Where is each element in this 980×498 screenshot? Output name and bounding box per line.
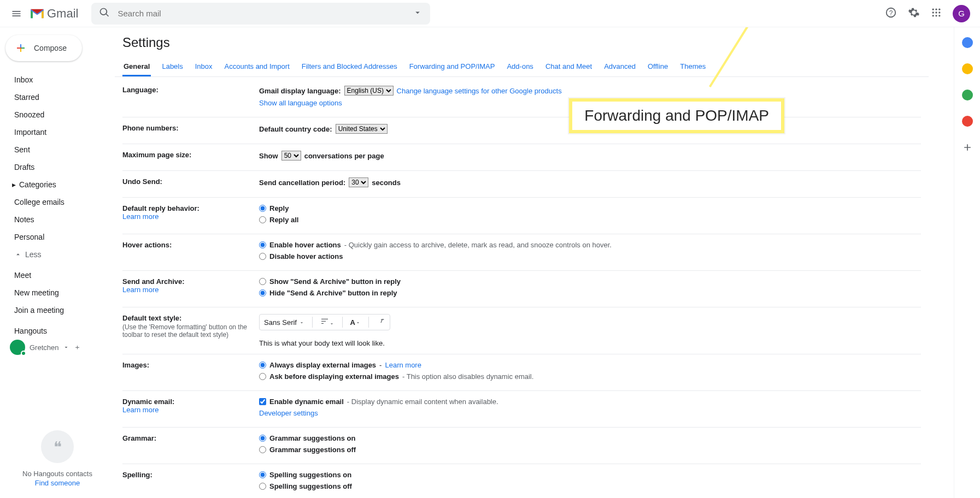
spelling-on-radio[interactable] xyxy=(259,471,266,478)
search-input[interactable] xyxy=(118,9,405,18)
add-panel-icon[interactable] xyxy=(962,142,973,153)
hangouts-user-row[interactable]: Gretchen ＋ xyxy=(0,340,85,355)
show-send-archive-radio-row[interactable]: Show "Send & Archive" button in reply xyxy=(259,277,921,286)
top-bar: Gmail ? G xyxy=(0,0,980,27)
svg-point-5 xyxy=(932,11,934,13)
row-default-reply: Default reply behavior: Learn more Reply… xyxy=(122,198,921,234)
spelling-on-radio-row[interactable]: Spelling suggestions on xyxy=(259,471,921,479)
reply-all-radio[interactable] xyxy=(259,216,266,223)
sidebar-item-personal[interactable]: Personal xyxy=(0,228,115,246)
sidebar-item-sent[interactable]: Sent xyxy=(0,141,115,158)
always-display-radio-row[interactable]: Always display external images - Learn m… xyxy=(259,361,921,369)
grammar-on-radio-row[interactable]: Grammar suggestions on xyxy=(259,434,921,442)
tab-forwarding-pop-imap[interactable]: Forwarding and POP/IMAP xyxy=(408,58,496,76)
find-someone-link[interactable]: Find someone xyxy=(35,479,80,487)
reply-radio[interactable] xyxy=(259,205,266,212)
page-size-select[interactable]: 50 xyxy=(281,151,301,161)
country-code-select[interactable]: United States xyxy=(336,124,388,134)
sidebar-item-inbox[interactable]: Inbox xyxy=(0,71,115,88)
enable-hover-radio[interactable] xyxy=(259,241,266,248)
always-display-radio[interactable] xyxy=(259,361,266,369)
settings-tabs: General Labels Inbox Accounts and Import… xyxy=(115,58,929,77)
account-avatar[interactable]: G xyxy=(953,5,970,22)
tab-labels[interactable]: Labels xyxy=(161,58,184,76)
reply-radio-row[interactable]: Reply xyxy=(259,204,921,212)
sidebar-item-join-meeting[interactable]: Join a meeting xyxy=(0,301,115,319)
row-label: Send and Archive: xyxy=(122,277,185,286)
support-icon[interactable]: ? xyxy=(885,7,897,20)
sidebar-item-new-meeting[interactable]: New meeting xyxy=(0,284,115,301)
spelling-off-radio-row[interactable]: Spelling suggestions off xyxy=(259,482,921,490)
settings-gear-icon[interactable] xyxy=(908,7,920,20)
tab-chat-meet[interactable]: Chat and Meet xyxy=(544,58,593,76)
google-apps-icon[interactable] xyxy=(931,7,942,20)
row-max-page-size: Maximum page size: Show 50 conversations… xyxy=(122,144,921,171)
font-dropdown[interactable]: Sans Serif xyxy=(264,318,304,327)
row-hover-actions: Hover actions: Enable hover actions - Qu… xyxy=(122,234,921,271)
text-size-dropdown[interactable] xyxy=(320,317,335,328)
tab-accounts-import[interactable]: Accounts and Import xyxy=(224,58,291,76)
tasks-icon[interactable] xyxy=(962,90,973,100)
row-label: Hover actions: xyxy=(122,241,259,264)
search-options-icon[interactable] xyxy=(413,8,422,19)
learn-more-link[interactable]: Learn more xyxy=(122,212,159,221)
hide-send-archive-radio[interactable] xyxy=(259,289,266,297)
enable-dynamic-email-row[interactable]: Enable dynamic email - Display dynamic e… xyxy=(259,398,921,406)
undo-seconds-select[interactable]: 30 xyxy=(349,177,368,187)
sidebar-item-important[interactable]: Important xyxy=(0,123,115,141)
tab-general[interactable]: General xyxy=(122,58,151,76)
developer-settings-link[interactable]: Developer settings xyxy=(259,409,318,417)
compose-button[interactable]: Compose xyxy=(5,35,82,61)
remove-formatting-icon[interactable] xyxy=(377,317,385,328)
tab-offline[interactable]: Offline xyxy=(647,58,669,76)
sidebar-item-categories[interactable]: ▸Categories xyxy=(0,176,115,193)
change-language-link[interactable]: Change language settings for other Googl… xyxy=(397,87,562,95)
learn-more-link[interactable]: Learn more xyxy=(122,406,159,414)
learn-more-link[interactable]: Learn more xyxy=(385,361,421,369)
add-contact-icon[interactable]: ＋ xyxy=(74,342,81,352)
search-icon[interactable] xyxy=(99,7,110,20)
tab-inbox[interactable]: Inbox xyxy=(194,58,214,76)
calendar-icon[interactable] xyxy=(962,37,973,48)
disable-hover-radio[interactable] xyxy=(259,253,266,260)
language-select[interactable]: English (US) xyxy=(344,86,394,96)
search-bar[interactable] xyxy=(91,3,430,25)
sidebar-item-starred[interactable]: Starred xyxy=(0,88,115,106)
sidebar-item-drafts[interactable]: Drafts xyxy=(0,158,115,176)
sidebar-item-notes[interactable]: Notes xyxy=(0,211,115,228)
ask-before-radio[interactable] xyxy=(259,373,266,380)
gmail-logo[interactable]: Gmail xyxy=(30,7,78,21)
sidebar-item-college-emails[interactable]: College emails xyxy=(0,193,115,211)
tab-add-ons[interactable]: Add-ons xyxy=(506,58,534,76)
enable-hover-radio-row[interactable]: Enable hover actions - Quickly gain acce… xyxy=(259,241,921,249)
reply-all-radio-row[interactable]: Reply all xyxy=(259,216,921,224)
svg-point-6 xyxy=(935,11,937,13)
svg-point-2 xyxy=(932,9,934,10)
sidebar-item-snoozed[interactable]: Snoozed xyxy=(0,106,115,123)
tab-themes[interactable]: Themes xyxy=(679,58,707,76)
disable-hover-radio-row[interactable]: Disable hover actions xyxy=(259,252,921,260)
learn-more-link[interactable]: Learn more xyxy=(122,286,159,294)
row-sublabel: (Use the 'Remove formatting' button on t… xyxy=(122,323,259,339)
enable-dynamic-email-checkbox[interactable] xyxy=(259,398,266,405)
spelling-off-radio[interactable] xyxy=(259,483,266,490)
seconds-label: seconds xyxy=(372,179,401,187)
grammar-on-radio[interactable] xyxy=(259,435,266,442)
contacts-icon[interactable] xyxy=(962,116,973,127)
tab-advanced[interactable]: Advanced xyxy=(603,58,637,76)
grammar-off-radio[interactable] xyxy=(259,446,266,453)
show-label: Show xyxy=(259,152,278,160)
svg-point-4 xyxy=(938,9,940,10)
show-all-language-link[interactable]: Show all language options xyxy=(259,99,342,107)
row-send-archive: Send and Archive: Learn more Show "Send … xyxy=(122,271,921,307)
text-color-dropdown[interactable]: A xyxy=(350,318,361,327)
grammar-off-radio-row[interactable]: Grammar suggestions off xyxy=(259,446,921,454)
sidebar-less[interactable]: Less xyxy=(0,246,115,263)
main-menu-icon[interactable] xyxy=(5,3,27,25)
ask-before-radio-row[interactable]: Ask before displaying external images - … xyxy=(259,372,921,381)
keep-icon[interactable] xyxy=(962,63,973,74)
tab-filters[interactable]: Filters and Blocked Addresses xyxy=(301,58,398,76)
row-default-text-style: Default text style: (Use the 'Remove for… xyxy=(122,307,921,354)
hide-send-archive-radio-row[interactable]: Hide "Send & Archive" button in reply xyxy=(259,289,921,297)
show-send-archive-radio[interactable] xyxy=(259,278,266,285)
